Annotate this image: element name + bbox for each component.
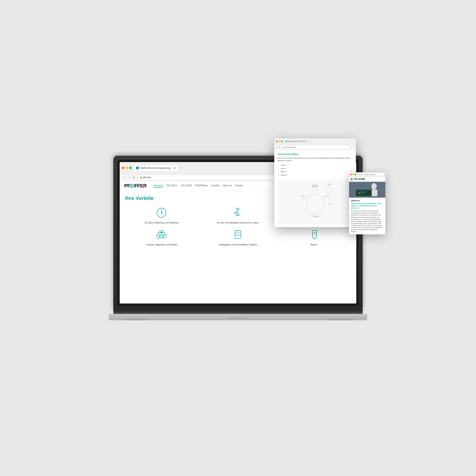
overlay-list: 100 ml 250 ml 500 ml 1000 ml [277, 164, 353, 177]
macbook-base: MacBook Pro [109, 314, 367, 320]
svg-rect-17 [160, 235, 163, 238]
svg-rect-16 [157, 235, 159, 238]
macbook-foot-left [122, 319, 150, 320]
nav-kontakt[interactable]: Kontakt [235, 184, 243, 188]
feature-6-label: Repar... [310, 243, 319, 246]
overlay-page-title: Technische Daten [277, 153, 353, 155]
about-subtitle: Pfeiffer Electronic Engineering – Your e… [351, 203, 384, 209]
url-text: pfee.de [143, 176, 151, 179]
feature-1: 25 Jahre Erfahrung und Expertise [125, 206, 198, 224]
svg-text:272: 272 [329, 203, 332, 204]
svg-line-7 [236, 211, 238, 212]
overlay-close-btn[interactable] [276, 140, 278, 142]
forward-button[interactable]: › [127, 175, 131, 180]
modular-icon [155, 228, 169, 241]
list-item-3: 500 ml [281, 170, 353, 173]
repair-icon [307, 228, 321, 241]
nav-cellroll[interactable]: CELLROLL [166, 184, 178, 188]
svg-point-3 [161, 212, 162, 213]
svg-rect-18 [164, 235, 166, 238]
nav-cellspin[interactable]: CELLSPIN [181, 184, 192, 188]
feature-1-label: 25 Jahre Erfahrung und Expertise [145, 221, 179, 224]
overlay-back[interactable]: ‹ [276, 146, 276, 149]
feature-2-label: für den zuverlässigen Gebrauch im Labor [217, 221, 259, 224]
new-tab-button[interactable]: + [181, 166, 183, 170]
minimize-button[interactable] [126, 167, 128, 169]
overlay-tab-title: Zellkultivierung mit CELLSPIN ... [285, 140, 308, 142]
mobile-hero-image [349, 182, 385, 198]
feature-2: für den zuverlässigen Gebrauch im Labor [202, 206, 274, 224]
mobile-close[interactable] [350, 174, 352, 175]
overlay-description: Auf der CELLSPIN Kühleinheit können bis … [277, 157, 353, 162]
svg-point-8 [234, 212, 236, 213]
macbook-foot-right [326, 319, 354, 320]
overlay-browser-chrome: Zellkultivierung mit CELLSPIN ... + [274, 138, 356, 145]
nav-uber-uns[interactable]: Über uns [222, 184, 232, 188]
hero-illustration [349, 182, 385, 198]
overlay-url: pfee.de/cellspin [283, 146, 296, 148]
overlay-tab-plus[interactable]: + [310, 140, 311, 143]
overlay-more[interactable]: ⋮ [353, 146, 355, 148]
close-button[interactable] [122, 167, 124, 169]
svg-rect-57 [361, 191, 363, 193]
tab-favicon [136, 167, 139, 169]
svg-point-49 [371, 183, 377, 189]
overlay-desktop-browser: Zellkultivierung mit CELLSPIN ... + ‹ › … [274, 138, 356, 227]
mobile-nav-bar: PFEIFFER [349, 177, 385, 182]
hamburger-menu[interactable] [350, 178, 353, 180]
nav-pentaflame[interactable]: PENTAflame [195, 184, 208, 188]
overlay-maximize-btn[interactable] [281, 140, 283, 142]
overlay-address-bar[interactable]: pfee.de/cellspin [282, 146, 349, 149]
feature-4: modular aufgebaut und flexibel [125, 228, 198, 246]
list-item-2: 250 ml [281, 167, 353, 170]
overlay-refresh[interactable]: ↻ [279, 146, 281, 149]
tab-title: Pfeiffer Electronic Engineering... [140, 167, 172, 169]
mobile-minimize[interactable] [353, 174, 354, 175]
svg-rect-25 [235, 231, 241, 238]
list-item-4: 1000 ml [281, 174, 353, 177]
about-title: About us [351, 200, 384, 202]
svg-rect-5 [237, 208, 239, 209]
nav-startseite[interactable]: Startseite [153, 184, 163, 188]
spinner-diagram: 195 mm 272 [277, 179, 353, 224]
svg-point-45 [326, 186, 332, 194]
refresh-button[interactable]: ↻ [132, 175, 136, 180]
about-text: For more than 25 years, Pfeiffer Electro… [351, 210, 384, 233]
mobile-chrome: About Us | Pfeiffer engineerin... [349, 172, 385, 177]
mobile-hero [349, 182, 385, 198]
back-button[interactable]: ‹ [121, 175, 126, 180]
mobile-about-section: About us Pfeiffer Electronic Engineering… [349, 198, 385, 234]
site-logo: PFEIFFER [124, 183, 146, 189]
feature-5: langlebiges und nachhaltiges Zubehör [202, 228, 274, 246]
svg-rect-47 [328, 184, 331, 185]
microscope-icon [231, 206, 245, 220]
mobile-maximize[interactable] [355, 174, 356, 175]
svg-point-58 [358, 192, 360, 194]
clock-icon [155, 206, 169, 220]
tab-close-button[interactable]: × [173, 167, 176, 169]
svg-text:195 mm: 195 mm [313, 216, 319, 217]
nav-links: Startseite CELLROLL CELLSPIN PENTAflame … [153, 184, 243, 188]
svg-rect-36 [312, 185, 318, 187]
browser-tab[interactable]: Pfeiffer Electronic Engineering... × [134, 165, 178, 171]
maximize-button[interactable] [129, 167, 132, 169]
overlay-windows: Zellkultivierung mit CELLSPIN ... + ‹ › … [274, 138, 356, 227]
feature-4-label: modular aufgebaut und flexibel [146, 243, 177, 246]
nav-zubehor[interactable]: Zubehör [211, 184, 220, 188]
spinner-svg: 195 mm 272 [292, 181, 338, 222]
feature-6: Repar... [278, 228, 351, 246]
cylinder-icon [231, 228, 245, 241]
macbook-hinge [113, 310, 363, 314]
overlay-forward[interactable]: › [277, 146, 278, 149]
overlay-bookmark[interactable]: ☆ [350, 146, 352, 148]
mobile-logo: PFEIFFER [354, 178, 365, 180]
traffic-lights [122, 167, 132, 169]
mobile-address-bar[interactable]: About Us | Pfeiffer engineerin... [357, 173, 384, 176]
feature-5-label: langlebiges und nachhaltiges Zubehör [219, 243, 257, 246]
scene: Pfeiffer Electronic Engineering... × + ‹… [79, 79, 397, 397]
overlay-minimize-btn[interactable] [279, 140, 280, 142]
overlay-browser-nav: ‹ › ↻ pfee.de/cellspin ☆ ⋮ [274, 145, 356, 150]
macbook-model-label: MacBook Pro [229, 317, 247, 319]
svg-rect-38 [302, 195, 303, 198]
svg-point-33 [306, 194, 324, 214]
